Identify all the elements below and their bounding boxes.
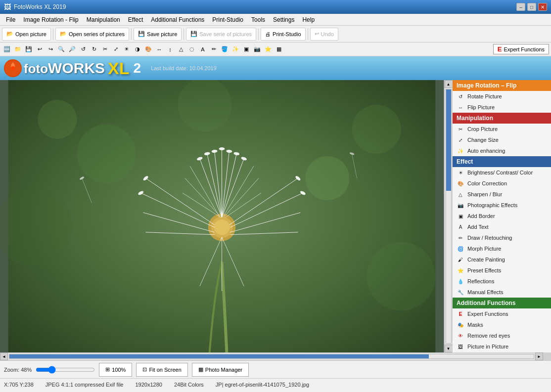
masks-item[interactable]: 🎭 Masks xyxy=(453,319,551,330)
expert-functions-item[interactable]: E Expert Functions xyxy=(453,308,551,319)
flip-picture-label: Flip Picture xyxy=(467,104,495,110)
zoom-100-button[interactable]: ⊞ 100% xyxy=(99,363,132,377)
sharpen-blur-item[interactable]: △ Sharpen / Blur xyxy=(453,189,551,200)
ei-border[interactable]: ▣ xyxy=(241,44,251,54)
menu-additional[interactable]: Additional Functions xyxy=(147,15,208,24)
ei-redo[interactable]: ↪ xyxy=(46,44,55,54)
h-scroll-right-button[interactable]: ► xyxy=(535,352,543,360)
fit-screen-icon: ⊡ xyxy=(142,366,147,373)
dandelion-image xyxy=(0,80,444,352)
h-scroll-left-button[interactable]: ◄ xyxy=(0,352,8,360)
menu-manipulation[interactable]: Manipulation xyxy=(83,15,124,24)
h-scroll-track[interactable] xyxy=(9,354,534,359)
crop-picture-item[interactable]: ✂ Crop Picture xyxy=(453,124,551,134)
manual-effects-item[interactable]: 🔧 Manual Effects xyxy=(453,287,551,298)
ei-crop[interactable]: ✂ xyxy=(100,44,110,54)
zoom-label: Zoom: 48% xyxy=(4,367,32,373)
ei-zoom-out[interactable]: 🔎 xyxy=(67,44,77,54)
preset-effects-item[interactable]: ⭐ Preset Effects xyxy=(453,265,551,276)
svg-point-4 xyxy=(77,124,136,183)
save-picture-button[interactable]: 💾 Save picture xyxy=(134,28,182,41)
reflections-item[interactable]: 💧 Reflections xyxy=(453,276,551,287)
horizontal-scrollbar[interactable]: ◄ ► xyxy=(0,352,551,360)
open-series-button[interactable]: 📂 Open series of pictures xyxy=(55,28,129,41)
flip-picture-icon: ↔ xyxy=(457,103,464,111)
ei-flip-v[interactable]: ↕ xyxy=(165,44,175,54)
ei-rotate-l[interactable]: ↺ xyxy=(78,44,88,54)
menu-print[interactable]: Print-Studio xyxy=(208,15,247,24)
menu-help[interactable]: Help xyxy=(298,15,319,24)
color-correction-item[interactable]: 🎨 Color Correction xyxy=(453,178,551,189)
ei-save[interactable]: 💾 xyxy=(24,44,34,54)
ei-contrast[interactable]: ◑ xyxy=(133,44,142,54)
ei-rotate-r[interactable]: ↻ xyxy=(89,44,99,54)
ei-effects[interactable]: ✨ xyxy=(230,44,240,54)
ei-draw[interactable]: ✏ xyxy=(209,44,219,54)
draw-retouching-item[interactable]: ✏ Draw / Retouching xyxy=(453,232,551,243)
maximize-button[interactable]: □ xyxy=(527,3,536,11)
ei-flip-h[interactable]: ↔ xyxy=(154,44,164,54)
expert-functions-button[interactable]: E Expert Functions xyxy=(493,44,549,54)
add-text-item[interactable]: A Add Text xyxy=(453,221,551,232)
ei-star[interactable]: ⭐ xyxy=(263,44,273,54)
ei-sharpen[interactable]: △ xyxy=(176,44,186,54)
v-scroll-up-button[interactable]: ▲ xyxy=(445,80,453,88)
color-correction-icon: 🎨 xyxy=(457,179,464,187)
fit-on-screen-button[interactable]: ⊡ Fit on Screen xyxy=(136,363,187,377)
svg-point-5 xyxy=(352,105,401,154)
add-border-item[interactable]: ▣ Add Border xyxy=(453,211,551,221)
create-painting-item[interactable]: 🖌 Create Painting xyxy=(453,254,551,265)
ei-brightness[interactable]: ☀ xyxy=(122,44,132,54)
expert-functions-icon: E xyxy=(457,310,464,318)
ei-grid[interactable]: ▦ xyxy=(274,44,284,54)
ei-undo[interactable]: ↩ xyxy=(35,44,45,54)
flip-picture-item[interactable]: ↔ Flip Picture xyxy=(453,102,551,113)
menu-settings[interactable]: Settings xyxy=(269,15,298,24)
vertical-scrollbar[interactable]: ▲ ▼ xyxy=(444,80,452,352)
h-scroll-thumb[interactable] xyxy=(9,354,429,358)
save-series-button[interactable]: 💾 Save serie of pictures xyxy=(186,28,256,41)
close-button[interactable]: ✕ xyxy=(538,3,547,11)
save-icon: 💾 xyxy=(138,31,145,37)
ei-blur[interactable]: ◌ xyxy=(187,44,197,54)
menu-effect[interactable]: Effect xyxy=(124,15,147,24)
ei-fill[interactable]: 🪣 xyxy=(220,44,230,54)
photographic-effects-item[interactable]: 📷 Photographic Effects xyxy=(453,200,551,211)
ei-color[interactable]: 🎨 xyxy=(143,44,153,54)
minimize-button[interactable]: – xyxy=(516,3,525,11)
v-scroll-track[interactable] xyxy=(446,89,452,344)
ei-zoom-in[interactable]: 🔍 xyxy=(56,44,66,54)
change-size-icon: ⤢ xyxy=(457,136,464,144)
zoom-slider[interactable] xyxy=(36,366,95,374)
app-icon: 🖼 xyxy=(4,3,11,11)
undo-button[interactable]: ↩ Undo xyxy=(310,28,338,41)
auto-enhancing-item[interactable]: ✨ Auto enhancing xyxy=(453,145,551,156)
ei-new[interactable]: 🆕 xyxy=(2,44,12,54)
photo-manager-icon: ▦ xyxy=(198,366,203,373)
ei-photo[interactable]: 📷 xyxy=(252,44,262,54)
svg-point-12 xyxy=(214,219,230,235)
picture-in-picture-item[interactable]: 🖼 Picture in Picture xyxy=(453,341,551,352)
v-scroll-down-button[interactable]: ▼ xyxy=(445,345,453,352)
draw-retouching-label: Draw / Retouching xyxy=(467,235,512,241)
menu-tools[interactable]: Tools xyxy=(247,15,269,24)
ei-text[interactable]: A xyxy=(198,44,208,54)
menu-file[interactable]: File xyxy=(2,15,19,24)
v-scroll-thumb[interactable] xyxy=(446,89,451,191)
menu-rotation[interactable]: Image Rotation - Flip xyxy=(19,15,82,24)
brightness-label: Brightness/ Contrast/ Color xyxy=(467,170,533,175)
rotate-picture-item[interactable]: ↺ Rotate Picture xyxy=(453,91,551,102)
print-studio-button[interactable]: 🖨 Print-Studio xyxy=(261,28,305,41)
remove-red-eyes-item[interactable]: 👁 Remove red eyes xyxy=(453,330,551,341)
main-content: ▲ ▼ Image Rotation – Flip ↺ Rotate Pictu… xyxy=(0,80,551,352)
ei-resize[interactable]: ⤢ xyxy=(111,44,121,54)
brightness-item[interactable]: ☀ Brightness/ Contrast/ Color xyxy=(453,167,551,178)
morph-picture-item[interactable]: 🌀 Morph Picture xyxy=(453,243,551,254)
ei-open[interactable]: 📁 xyxy=(13,44,23,54)
image-panel[interactable] xyxy=(0,80,444,352)
logo: fotoWORKS XL 2 Last build date: 10.04.20… xyxy=(4,59,217,78)
change-size-item[interactable]: ⤢ Change Size xyxy=(453,134,551,145)
toolbar-separator-5 xyxy=(308,28,308,40)
open-picture-button[interactable]: 📂 Open picture xyxy=(2,28,51,41)
photo-manager-button[interactable]: ▦ Photo Manager xyxy=(192,363,249,377)
